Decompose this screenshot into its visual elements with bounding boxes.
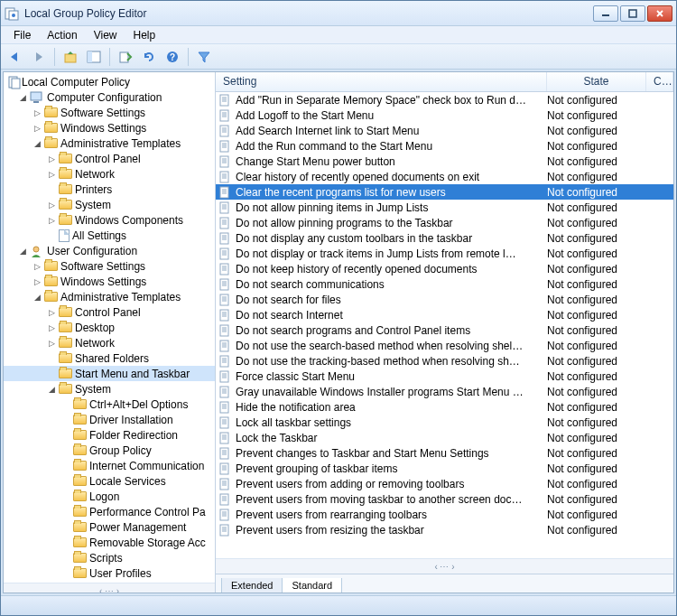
policy-row[interactable]: Do not keep history of recently opened d… xyxy=(216,261,673,276)
close-button[interactable] xyxy=(647,5,672,22)
column-state[interactable]: State xyxy=(547,72,646,91)
menu-action[interactable]: Action xyxy=(40,28,84,42)
tree-item[interactable]: ▷Desktop xyxy=(4,320,215,335)
policy-row[interactable]: Prevent users from rearranging toolbarsN… xyxy=(216,507,673,522)
up-button[interactable] xyxy=(60,47,81,67)
tree-item[interactable]: Logon xyxy=(4,489,215,504)
tree-item[interactable]: Shared Folders xyxy=(4,350,215,366)
policy-row[interactable]: Prevent users from moving taskbar to ano… xyxy=(216,491,673,507)
tree-item[interactable]: ▷Windows Settings xyxy=(4,120,215,135)
tree-item[interactable]: ▷Network xyxy=(4,166,215,182)
policy-row[interactable]: Gray unavailable Windows Installer progr… xyxy=(216,384,673,399)
tree-user-config[interactable]: ◢ User Configuration xyxy=(4,243,215,258)
expand-icon[interactable]: ▷ xyxy=(47,307,57,317)
tree-horizontal-scrollbar[interactable]: ‹ ⋯ › xyxy=(4,583,215,593)
tree-item[interactable]: ▷Windows Components xyxy=(4,212,215,228)
tab-standard[interactable]: Standard xyxy=(282,578,342,593)
policy-row[interactable]: Prevent grouping of taskbar itemsNot con… xyxy=(216,461,673,476)
tree-item[interactable]: All Settings xyxy=(4,228,215,243)
tree-item[interactable]: Printers xyxy=(4,182,215,197)
tree-start-menu-taskbar[interactable]: Start Menu and Taskbar xyxy=(4,366,215,381)
policy-row[interactable]: Prevent changes to Taskbar and Start Men… xyxy=(216,445,673,461)
back-button[interactable] xyxy=(5,47,26,67)
expand-icon[interactable]: ▷ xyxy=(47,200,57,210)
export-button[interactable] xyxy=(115,47,136,67)
policy-row[interactable]: Do not display any custom toolbars in th… xyxy=(216,230,673,246)
tree-item[interactable]: Ctrl+Alt+Del Options xyxy=(4,397,215,412)
policy-row[interactable]: Force classic Start MenuNot configured xyxy=(216,369,673,384)
maximize-button[interactable] xyxy=(620,5,645,22)
tree-item[interactable]: Internet Communication xyxy=(4,458,215,473)
tree-item[interactable]: ▷Control Panel xyxy=(4,304,215,320)
policy-row[interactable]: Clear the recent programs list for new u… xyxy=(216,184,673,200)
policy-row[interactable]: Hide the notification areaNot configured xyxy=(216,399,673,415)
expand-icon[interactable]: ▷ xyxy=(32,276,42,286)
tree-system[interactable]: ◢System xyxy=(4,381,215,397)
policy-row[interactable]: Do not search communicationsNot configur… xyxy=(216,276,673,292)
grid-body[interactable]: Add "Run in Separate Memory Space" check… xyxy=(216,92,673,558)
policy-row[interactable]: Do not search InternetNot configured xyxy=(216,307,673,322)
expand-icon[interactable]: ▷ xyxy=(47,338,57,348)
tree-item[interactable]: Folder Redirection xyxy=(4,427,215,443)
tree-admin-templates[interactable]: ◢Administrative Templates xyxy=(4,289,215,304)
collapse-icon[interactable]: ◢ xyxy=(18,92,28,102)
policy-row[interactable]: Lock the TaskbarNot configured xyxy=(216,430,673,445)
policy-row[interactable]: Add "Run in Separate Memory Space" check… xyxy=(216,92,673,107)
column-setting[interactable]: Setting xyxy=(216,72,547,91)
expand-icon[interactable]: ▷ xyxy=(47,154,57,163)
tree-item[interactable]: Performance Control Pa xyxy=(4,504,215,519)
policy-row[interactable]: Do not use the tracking-based method whe… xyxy=(216,353,673,369)
expand-icon[interactable]: ▷ xyxy=(32,107,42,117)
refresh-button[interactable] xyxy=(138,47,160,67)
policy-row[interactable]: Lock all taskbar settingsNot configured xyxy=(216,415,673,430)
menu-view[interactable]: View xyxy=(87,28,125,42)
collapse-icon[interactable]: ◢ xyxy=(32,138,42,148)
tree-item[interactable]: ▷Network xyxy=(4,335,215,350)
policy-row[interactable]: Do not allow pinning programs to the Tas… xyxy=(216,215,673,230)
collapse-icon[interactable]: ◢ xyxy=(32,292,42,302)
tree-item[interactable]: ▷System xyxy=(4,197,215,212)
tree-item[interactable]: ▷Control Panel xyxy=(4,151,215,166)
policy-row[interactable]: Prevent users from resizing the taskbarN… xyxy=(216,522,673,537)
collapse-icon[interactable]: ◢ xyxy=(47,384,57,394)
policy-row[interactable]: Add the Run command to the Start MenuNot… xyxy=(216,138,673,154)
expand-icon[interactable]: ▷ xyxy=(47,215,57,225)
tree-root[interactable]: Local Computer Policy xyxy=(4,74,215,89)
tree-item[interactable]: User Profiles xyxy=(4,565,215,581)
tree-computer-config[interactable]: ◢ Computer Configuration xyxy=(4,89,215,105)
tree-item[interactable]: Scripts xyxy=(4,550,215,565)
expand-icon[interactable]: ▷ xyxy=(32,123,42,133)
policy-row[interactable]: Do not allow pinning items in Jump Lists… xyxy=(216,200,673,215)
tab-extended[interactable]: Extended xyxy=(221,578,283,593)
list-horizontal-scrollbar[interactable]: ‹ ⋯ › xyxy=(216,558,673,574)
expand-icon[interactable]: ▷ xyxy=(32,261,42,271)
filter-button[interactable] xyxy=(193,47,215,67)
collapse-icon[interactable]: ◢ xyxy=(18,246,28,256)
menu-help[interactable]: Help xyxy=(126,28,163,42)
show-hide-tree-button[interactable] xyxy=(83,47,105,67)
policy-row[interactable]: Prevent users from adding or removing to… xyxy=(216,476,673,491)
minimize-button[interactable] xyxy=(593,5,618,22)
tree-item[interactable]: Removable Storage Acc xyxy=(4,535,215,550)
policy-row[interactable]: Clear history of recently opened documen… xyxy=(216,169,673,184)
policy-row[interactable]: Do not use the search-based method when … xyxy=(216,338,673,353)
menu-file[interactable]: File xyxy=(6,28,38,42)
policy-row[interactable]: Do not search for filesNot configured xyxy=(216,292,673,307)
tree-item[interactable]: Group Policy xyxy=(4,443,215,458)
policy-row[interactable]: Add Logoff to the Start MenuNot configur… xyxy=(216,107,673,123)
tree-item[interactable]: ▷Software Settings xyxy=(4,105,215,120)
expand-icon[interactable]: ▷ xyxy=(47,322,57,332)
policy-row[interactable]: Add Search Internet link to Start MenuNo… xyxy=(216,123,673,138)
tree-item[interactable]: ▷Windows Settings xyxy=(4,274,215,289)
policy-row[interactable]: Do not display or track items in Jump Li… xyxy=(216,246,673,261)
tree-item[interactable]: Locale Services xyxy=(4,473,215,489)
column-comment[interactable]: C… xyxy=(646,72,673,91)
tree-item[interactable]: Power Management xyxy=(4,519,215,535)
forward-button[interactable] xyxy=(28,47,50,67)
policy-row[interactable]: Do not search programs and Control Panel… xyxy=(216,322,673,338)
policy-row[interactable]: Change Start Menu power buttonNot config… xyxy=(216,154,673,169)
help-button[interactable]: ? xyxy=(162,47,183,67)
expand-icon[interactable]: ▷ xyxy=(47,169,57,179)
tree-admin-templates[interactable]: ◢Administrative Templates xyxy=(4,135,215,151)
tree-pane[interactable]: Local Computer Policy ◢ Computer Configu… xyxy=(4,72,216,593)
